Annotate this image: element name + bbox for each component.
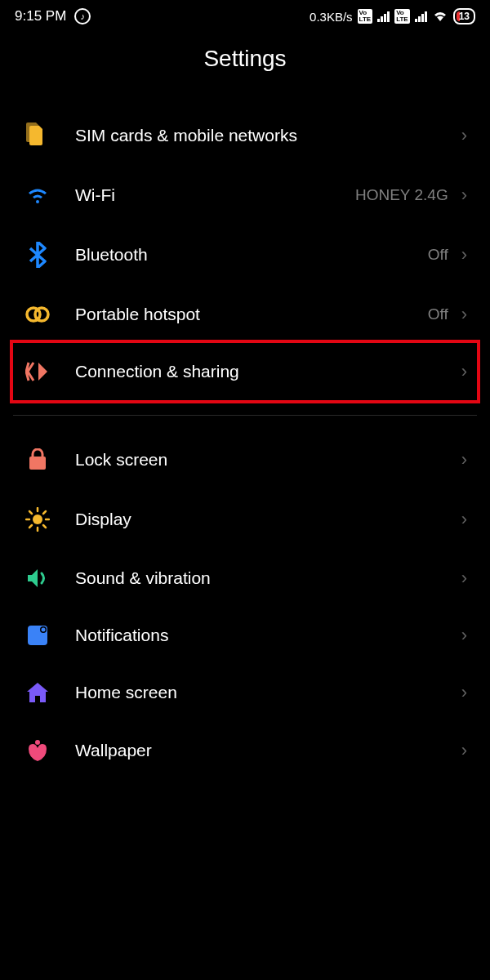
- item-lock-screen[interactable]: Lock screen ›: [13, 430, 477, 489]
- item-label: Lock screen: [75, 450, 461, 470]
- divider: [13, 415, 477, 416]
- chevron-right-icon: ›: [461, 244, 467, 265]
- bluetooth-icon: [23, 242, 52, 268]
- item-wallpaper[interactable]: Wallpaper ›: [13, 721, 477, 780]
- item-value: Off: [428, 246, 448, 264]
- signal-icon-2: [415, 11, 427, 22]
- item-bluetooth[interactable]: Bluetooth Off ›: [13, 224, 477, 286]
- hotspot-icon: [23, 305, 52, 323]
- svg-line-8: [29, 511, 32, 514]
- item-display[interactable]: Display ›: [13, 489, 477, 550]
- volte-badge-1: VoLTE: [358, 9, 373, 24]
- item-home-screen[interactable]: Home screen ›: [13, 664, 477, 721]
- item-label: Sound & vibration: [75, 568, 461, 588]
- status-bar: 9:15 PM ♪ 0.3KB/s VoLTE VoLTE 13: [0, 0, 490, 29]
- clock: 9:15 PM: [15, 8, 66, 24]
- music-icon: ♪: [74, 8, 91, 24]
- net-speed: 0.3KB/s: [310, 10, 353, 24]
- svg-rect-2: [29, 457, 46, 470]
- sim-card-icon: [23, 122, 52, 149]
- signal-icon-1: [377, 11, 390, 22]
- notifications-icon: [23, 625, 52, 646]
- chevron-right-icon: ›: [461, 185, 467, 206]
- item-sim-cards[interactable]: SIM cards & mobile networks ›: [13, 105, 477, 167]
- settings-group-connectivity: SIM cards & mobile networks › Wi-Fi HONE…: [0, 105, 490, 403]
- chevron-right-icon: ›: [461, 740, 467, 761]
- battery-icon: 13: [453, 8, 475, 24]
- sound-icon: [23, 568, 52, 589]
- battery-level: 13: [459, 11, 470, 22]
- volte-badge-2: VoLTE: [394, 9, 410, 24]
- svg-point-15: [35, 740, 40, 745]
- item-notifications[interactable]: Notifications ›: [13, 607, 477, 664]
- item-label: Portable hotspot: [75, 305, 428, 324]
- svg-point-14: [42, 628, 46, 632]
- page-title: Settings: [0, 46, 490, 72]
- status-right: 0.3KB/s VoLTE VoLTE 13: [310, 8, 475, 24]
- item-wifi[interactable]: Wi-Fi HONEY 2.4G ›: [13, 167, 477, 224]
- chevron-right-icon: ›: [461, 125, 467, 146]
- sun-icon: [23, 507, 52, 532]
- chevron-right-icon: ›: [461, 361, 467, 382]
- item-label: SIM cards & mobile networks: [75, 126, 461, 145]
- item-hotspot[interactable]: Portable hotspot Off ›: [13, 286, 477, 343]
- svg-line-10: [29, 525, 32, 528]
- item-label: Display: [75, 510, 461, 529]
- chevron-right-icon: ›: [461, 509, 467, 530]
- item-label: Wallpaper: [75, 741, 461, 760]
- chevron-right-icon: ›: [461, 682, 467, 703]
- svg-point-1: [35, 308, 48, 321]
- item-connection-sharing[interactable]: Connection & sharing ›: [10, 340, 480, 403]
- chevron-right-icon: ›: [461, 304, 467, 325]
- item-label: Connection & sharing: [75, 362, 461, 381]
- wifi-icon: [23, 185, 52, 205]
- item-value: HONEY 2.4G: [355, 186, 448, 204]
- connection-sharing-icon: [23, 361, 52, 382]
- item-label: Wi-Fi: [75, 185, 355, 205]
- settings-group-device: Lock screen › Display › Sound & vibratio…: [0, 430, 490, 780]
- chevron-right-icon: ›: [461, 625, 467, 646]
- item-value: Off: [428, 305, 448, 323]
- wifi-status-icon: [432, 10, 448, 23]
- item-label: Home screen: [75, 683, 461, 702]
- status-left: 9:15 PM ♪: [15, 8, 91, 24]
- chevron-right-icon: ›: [461, 568, 467, 589]
- svg-point-3: [33, 514, 42, 524]
- lock-icon: [23, 448, 52, 471]
- wallpaper-icon: [23, 739, 52, 762]
- item-sound[interactable]: Sound & vibration ›: [13, 550, 477, 607]
- item-label: Notifications: [75, 626, 461, 645]
- home-icon: [23, 682, 52, 703]
- svg-line-11: [43, 511, 46, 514]
- item-label: Bluetooth: [75, 245, 428, 265]
- svg-line-9: [43, 525, 46, 528]
- chevron-right-icon: ›: [461, 449, 467, 470]
- page-header: Settings: [0, 29, 490, 105]
